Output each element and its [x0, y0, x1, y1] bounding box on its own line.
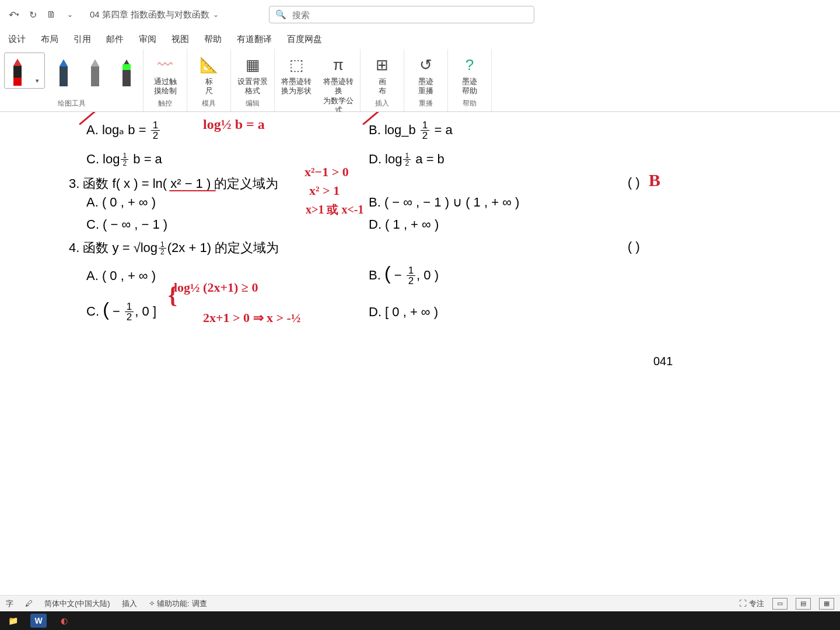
highlighter-green[interactable] — [114, 52, 139, 89]
canvas-icon: ⊞ — [372, 55, 392, 75]
search-box[interactable]: 🔍 — [269, 6, 534, 23]
group-label: 编辑 — [246, 99, 260, 110]
ink-annotation: x² > 1 — [309, 183, 340, 198]
focus-mode-button[interactable]: ⛶ 专注 — [739, 598, 764, 609]
tab-baidu[interactable]: 百度网盘 — [286, 32, 323, 47]
ink-to-math-button[interactable]: π 将墨迹转换 为数学公式 — [320, 52, 356, 115]
pen-gray[interactable] — [82, 52, 108, 89]
svg-rect-8 — [123, 64, 131, 70]
q4-paren: ( ) — [628, 239, 640, 254]
q3-option-b: B. ( − ∞ , − 1 ) ∪ ( 1 , + ∞ ) — [369, 195, 519, 210]
ruler-button[interactable]: 📐 标 尺 — [191, 52, 227, 96]
group-label: 触控 — [158, 99, 172, 110]
group-label: 插入 — [375, 99, 389, 110]
help-icon: ? — [460, 55, 480, 75]
grid-icon: ▦ — [243, 55, 262, 75]
ribbon-group-touch: 〰 通过触 摸绘制 触控 — [144, 49, 187, 111]
q3-paren: ( ) — [628, 175, 640, 190]
qat-customize[interactable]: ⌄ — [61, 5, 79, 24]
pi-icon: π — [328, 55, 348, 75]
document-title[interactable]: 04 第四章 指数函数与对数函数 ⌄ — [90, 9, 219, 20]
tab-view[interactable]: 视图 — [170, 32, 190, 47]
tab-mailings[interactable]: 邮件 — [105, 32, 125, 47]
ink-annotation: 2x+1 > 0 ⇒ x > -½ — [203, 310, 300, 326]
tab-design[interactable]: 设计 — [7, 32, 27, 47]
ink-annotation: log½ (2x+1) ≥ 0 — [174, 280, 258, 295]
pen-blue[interactable] — [51, 52, 76, 89]
ink-answer: B — [649, 170, 660, 190]
tab-references[interactable]: 引用 — [72, 32, 92, 47]
view-web-button[interactable]: ▦ — [819, 598, 834, 610]
svg-marker-6 — [91, 60, 99, 66]
ruler-icon: 📐 — [199, 55, 219, 75]
canvas-button[interactable]: ⊞ 画 布 — [364, 52, 400, 96]
ribbon-group-tools: 📐 标 尺 模具 — [187, 49, 231, 111]
ribbon-group-drawtools: ▾ 绘图工具 — [0, 49, 144, 111]
ink-brace: { — [168, 281, 177, 309]
touch-icon: 〰 — [155, 55, 175, 75]
ribbon-group-edit: ▦ 设置背景 格式 编辑 — [231, 49, 275, 111]
tab-help[interactable]: 帮助 — [203, 32, 223, 47]
ribbon-group-help: ? 墨迹 帮助 帮助 — [448, 49, 492, 111]
redo-button[interactable]: ↻ — [23, 5, 42, 24]
q3-option-a: A. ( 0 , + ∞ ) — [86, 195, 156, 210]
tab-youdao[interactable]: 有道翻译 — [236, 32, 273, 47]
status-accessibility[interactable]: ✧ 辅助功能: 调查 — [149, 598, 207, 609]
autosave-icon[interactable]: 🗎 — [42, 5, 61, 24]
status-mode[interactable]: 插入 — [122, 598, 137, 609]
ribbon: ▾ 绘图工具 〰 通过触 摸绘制 触控 📐 标 尺 模具 ▦ — [0, 49, 840, 112]
draw-with-touch-button[interactable]: 〰 通过触 摸绘制 — [147, 52, 183, 96]
q3-option-c: C. ( − ∞ , − 1 ) — [86, 217, 167, 232]
title-bar: ↶▾ ↻ 🗎 ⌄ 04 第四章 指数函数与对数函数 ⌄ 🔍 — [0, 0, 840, 29]
svg-marker-4 — [60, 60, 68, 66]
svg-marker-7 — [123, 60, 131, 86]
q4-option-b: B. ( − 12, 0 ) — [369, 262, 439, 287]
status-bar: 字 🖊 简体中文(中国大陆) 插入 ✧ 辅助功能: 调查 ⛶ 专注 ▭ ▤ ▦ — [0, 595, 840, 611]
taskbar: 📁 W ◐ — [0, 611, 840, 630]
document-canvas[interactable]: A. logₐ b = 12 B. log_b 12 = a C. log12 … — [0, 112, 840, 578]
ink-annotation: x²−1 > 0 — [304, 164, 349, 180]
group-label: 重播 — [419, 99, 433, 110]
ink-to-shape-button[interactable]: ⬚ 将墨迹转 换为形状 — [278, 52, 314, 96]
format-background-button[interactable]: ▦ 设置背景 格式 — [235, 52, 271, 96]
view-read-button[interactable]: ▭ — [772, 598, 788, 610]
q2-option-a: A. logₐ b = 12 — [86, 120, 161, 142]
ink-annotation: log½ b = a — [203, 117, 265, 132]
q4-option-a: A. ( 0 , + ∞ ) — [86, 268, 156, 284]
group-label: 帮助 — [463, 99, 477, 110]
q4-stem: 4. 函数 y = √log12(2x + 1) 的定义域为 — [69, 239, 279, 257]
pen-red-selected[interactable]: ▾ — [4, 52, 45, 89]
document-page: A. logₐ b = 12 B. log_b 12 = a C. log12 … — [0, 112, 840, 578]
search-input[interactable] — [292, 10, 528, 20]
taskbar-explorer[interactable]: 📁 — [0, 611, 26, 630]
undo-button[interactable]: ↶▾ — [5, 5, 23, 24]
q4-option-c: C. ( − 12, 0 ] — [86, 299, 156, 323]
svg-rect-2 — [13, 78, 22, 86]
q4-option-d: D. [ 0 , + ∞ ) — [369, 304, 438, 320]
taskbar-word[interactable]: W — [26, 611, 51, 630]
chevron-down-icon: ▾ — [36, 77, 39, 88]
ink-help-button[interactable]: ? 墨迹 帮助 — [452, 52, 488, 96]
view-print-button[interactable]: ▤ — [796, 598, 811, 610]
q2-option-c: C. log12 b = a — [86, 152, 162, 167]
tab-review[interactable]: 审阅 — [138, 32, 158, 47]
replay-icon: ↺ — [416, 55, 436, 75]
ribbon-tabs: 设计 布局 引用 邮件 审阅 视图 帮助 有道翻译 百度网盘 — [0, 29, 840, 49]
search-icon: 🔍 — [275, 9, 286, 20]
status-word-icon: 字 — [6, 598, 13, 609]
ink-annotation: x>1 或 x<-1 — [306, 202, 363, 218]
q2-option-d: D. log12 a = b — [369, 152, 444, 167]
ribbon-group-convert: ⬚ 将墨迹转 换为形状 π 将墨迹转换 为数学公式 转换 — [275, 49, 360, 111]
taskbar-app[interactable]: ◐ — [51, 611, 77, 630]
page-number: 041 — [653, 355, 673, 368]
ribbon-group-replay: ↺ 墨迹 重播 重播 — [404, 49, 448, 111]
ink-underline — [169, 190, 216, 191]
group-label: 模具 — [202, 99, 216, 110]
ribbon-group-insert: ⊞ 画 布 插入 — [360, 49, 404, 111]
status-language[interactable]: 简体中文(中国大陆) — [44, 598, 110, 609]
group-label: 绘图工具 — [58, 99, 86, 110]
ink-replay-button[interactable]: ↺ 墨迹 重播 — [408, 52, 444, 96]
status-spellcheck-icon[interactable]: 🖊 — [25, 599, 33, 608]
shape-icon: ⬚ — [286, 55, 306, 75]
tab-layout[interactable]: 布局 — [40, 32, 60, 47]
